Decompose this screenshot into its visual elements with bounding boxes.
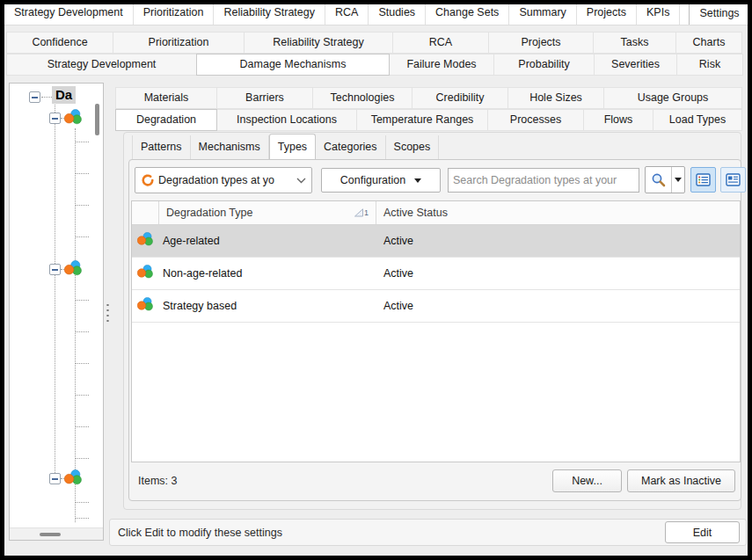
tree-collapse-toggle[interactable]	[49, 473, 61, 484]
tab-categories[interactable]: Categories	[316, 135, 385, 159]
list-view-button[interactable]	[690, 167, 716, 193]
tab-barriers[interactable]: Barriers	[216, 87, 313, 109]
tab-projects-2[interactable]: Projects	[488, 32, 594, 54]
tab-scopes[interactable]: Scopes	[386, 135, 440, 159]
tree-vertical-scrollbar[interactable]	[95, 104, 99, 135]
cell-active-status: Active	[376, 235, 740, 247]
sort-order-number: 1	[364, 208, 369, 217]
tab-processes[interactable]: Processes	[487, 109, 584, 131]
panel-splitter-handle[interactable]	[106, 302, 109, 325]
table-header-active-status[interactable]: Active Status	[376, 207, 740, 219]
tab-severities[interactable]: Severities	[594, 54, 677, 76]
table-header-icon-column[interactable]	[132, 201, 159, 224]
tab-materials[interactable]: Materials	[115, 87, 217, 109]
configuration-dropdown-label: Configuration	[340, 174, 405, 186]
tree-collapse-toggle[interactable]	[29, 91, 40, 103]
tab-reliability-strategy-2[interactable]: Reliability Strategy	[244, 32, 393, 54]
tab-strategy-development-2[interactable]: Strategy Development	[6, 54, 197, 76]
tab-technologies[interactable]: Technologies	[312, 87, 413, 109]
tab-kpis[interactable]: KPIs	[637, 2, 680, 25]
tree-branch-stub	[75, 518, 89, 519]
tab-charts[interactable]: Charts	[675, 32, 742, 54]
settings-tab-row-1: Confidence Prioritization Reliability St…	[7, 32, 747, 54]
search-icon[interactable]	[646, 167, 671, 193]
column-title: Degradation Type	[166, 207, 252, 219]
tree-branch-stub	[75, 300, 89, 301]
tab-probability[interactable]: Probability	[493, 54, 595, 76]
tree-branch-stub	[75, 426, 89, 427]
table-row[interactable]: Age-related Active	[132, 225, 740, 258]
tab-failure-modes[interactable]: Failure Modes	[389, 54, 494, 76]
tree-collapse-toggle[interactable]	[49, 264, 61, 275]
molecule-icon[interactable]	[64, 260, 82, 280]
molecule-icon[interactable]	[64, 469, 82, 489]
molecule-icon[interactable]	[64, 109, 82, 128]
cell-degradation-type: Strategy based	[159, 290, 376, 322]
tab-mechanisms[interactable]: Mechanisms	[191, 135, 269, 159]
configuration-dropdown[interactable]: Configuration	[321, 168, 441, 193]
tab-risk[interactable]: Risk	[676, 54, 743, 76]
tab-credibility[interactable]: Credibility	[412, 87, 508, 109]
tab-degradation-selected[interactable]: Degradation	[115, 109, 217, 131]
tab-prioritization-2[interactable]: Prioritization	[113, 32, 245, 54]
tab-flows[interactable]: Flows	[583, 109, 653, 131]
row-icon-cell	[132, 258, 159, 289]
tab-hole-sizes[interactable]: Hole Sizes	[507, 87, 604, 109]
cell-active-status: Active	[376, 300, 740, 312]
tree-branch-stub	[75, 331, 89, 332]
tab-patterns[interactable]: Patterns	[132, 135, 191, 159]
tab-change-sets[interactable]: Change Sets	[426, 2, 509, 25]
tab-damage-mechanisms-selected[interactable]: Damage Mechanisms	[196, 54, 390, 76]
detail-view-icon	[726, 173, 741, 186]
table-header-degradation-type[interactable]: Degradation Type 1	[159, 201, 376, 224]
tab-prioritization[interactable]: Prioritization	[134, 2, 215, 25]
tab-inspection-locations[interactable]: Inspection Locations	[216, 109, 357, 131]
tree-branch-stub	[75, 395, 89, 396]
edit-button[interactable]: Edit	[665, 521, 740, 543]
scrollbar-thumb[interactable]	[40, 533, 61, 536]
row-icon-cell	[132, 290, 159, 322]
tab-reliability-strategy[interactable]: Reliability Strategy	[214, 2, 325, 25]
tree-branch-stub	[75, 502, 89, 503]
tab-rca-2[interactable]: RCA	[392, 32, 489, 54]
new-button[interactable]: New...	[552, 469, 622, 492]
tree-collapse-toggle[interactable]	[49, 113, 61, 124]
tree-root-node[interactable]: Da	[52, 86, 76, 104]
table-row[interactable]: Strategy based Active	[132, 290, 740, 323]
tree-connector-line	[55, 103, 55, 484]
tab-studies[interactable]: Studies	[369, 2, 426, 25]
chevron-down-icon	[296, 178, 306, 184]
tab-tasks[interactable]: Tasks	[593, 32, 676, 54]
table-header-row: Degradation Type 1 Active Status	[132, 201, 740, 225]
detail-view-button[interactable]	[720, 167, 746, 193]
tree-horizontal-scrollbar[interactable]	[10, 527, 103, 540]
tree-branch-stub	[75, 363, 89, 364]
table-row[interactable]: Non-age-related Active	[132, 258, 740, 290]
list-footer: Items: 3 New... Mark as Inactive	[129, 468, 741, 494]
tab-confidence[interactable]: Confidence	[6, 32, 113, 54]
tab-types-selected[interactable]: Types	[269, 134, 316, 159]
list-view-icon	[696, 173, 711, 186]
search-split-button[interactable]	[645, 166, 685, 193]
row-icon-cell	[132, 225, 159, 257]
tab-summary[interactable]: Summary	[509, 2, 576, 25]
scope-refresh-icon	[141, 173, 155, 187]
tree-branch-stub	[75, 142, 89, 142]
molecule-icon	[137, 232, 153, 250]
application-window: Strategy Development Prioritization Reli…	[0, 0, 752, 560]
cell-degradation-type: Non-age-related	[159, 258, 376, 289]
mark-as-inactive-button[interactable]: Mark as Inactive	[627, 469, 735, 492]
navigation-tree: Da	[9, 83, 104, 541]
settings-tab-control: Confidence Prioritization Reliability St…	[7, 32, 747, 76]
scope-dropdown[interactable]: Degradation types at yo	[135, 167, 312, 193]
tab-usage-groups[interactable]: Usage Groups	[603, 87, 742, 109]
search-options-arrow[interactable]	[671, 167, 684, 193]
scope-dropdown-value: Degradation types at yo	[158, 174, 292, 186]
tab-strategy-development[interactable]: Strategy Development	[4, 2, 134, 25]
tab-settings-selected[interactable]: Settings	[689, 2, 749, 25]
tab-projects[interactable]: Projects	[577, 2, 637, 25]
tab-temperature-ranges[interactable]: Temperature Ranges	[356, 109, 488, 131]
tab-load-types[interactable]: Load Types	[653, 109, 742, 131]
tab-rca[interactable]: RCA	[325, 2, 369, 25]
search-input[interactable]	[448, 168, 639, 193]
